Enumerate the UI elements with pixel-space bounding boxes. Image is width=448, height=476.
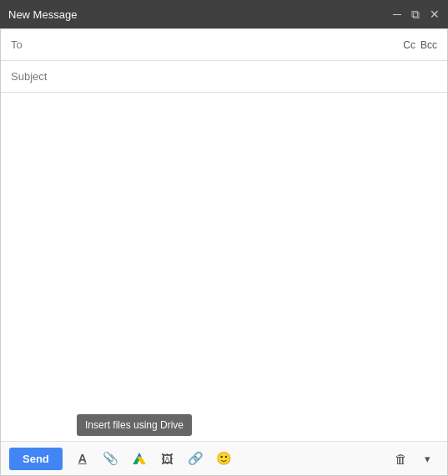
drive-icon [132, 451, 147, 466]
compose-toolbar: Send A 📎 🖼 🔗 [1, 441, 447, 475]
image-button[interactable]: 🖼 [156, 447, 179, 470]
send-button[interactable]: Send [9, 448, 63, 470]
format-text-icon: A [78, 452, 87, 465]
to-input[interactable] [36, 38, 403, 51]
emoji-icon: 🙂 [216, 451, 232, 466]
image-icon: 🖼 [161, 452, 174, 466]
subject-field-row: Subject [1, 61, 447, 93]
compose-body[interactable] [1, 93, 447, 441]
restore-button[interactable]: ⧉ [411, 8, 420, 22]
compose-window: To Cc Bcc Subject Insert files using Dri… [0, 28, 448, 476]
trash-icon: 🗑 [395, 452, 407, 466]
title-bar: New Message ─ ⧉ ✕ [0, 0, 448, 28]
more-icon: ▾ [425, 453, 430, 465]
drive-button[interactable] [128, 447, 151, 470]
attach-button[interactable]: 📎 [99, 447, 123, 470]
window-title: New Message [8, 8, 77, 21]
link-button[interactable]: 🔗 [184, 447, 208, 470]
subject-label: Subject [11, 70, 47, 83]
formatting-button[interactable]: A [71, 447, 94, 470]
bcc-button[interactable]: Bcc [420, 39, 437, 51]
more-options-button[interactable]: ▾ [415, 447, 439, 470]
link-icon: 🔗 [188, 451, 204, 466]
delete-button[interactable]: 🗑 [389, 447, 412, 470]
cc-button[interactable]: Cc [403, 39, 415, 51]
subject-input[interactable] [47, 70, 437, 83]
to-label: To [11, 38, 36, 51]
svg-marker-3 [137, 453, 141, 457]
cc-bcc-buttons: Cc Bcc [403, 39, 437, 51]
window-controls: ─ ⧉ ✕ [393, 8, 440, 22]
paperclip-icon: 📎 [103, 451, 118, 466]
toolbar-right: 🗑 ▾ [389, 447, 439, 470]
close-button[interactable]: ✕ [430, 8, 440, 21]
minimize-button[interactable]: ─ [393, 8, 401, 21]
to-field-row: To Cc Bcc [1, 29, 447, 61]
emoji-button[interactable]: 🙂 [213, 447, 236, 470]
